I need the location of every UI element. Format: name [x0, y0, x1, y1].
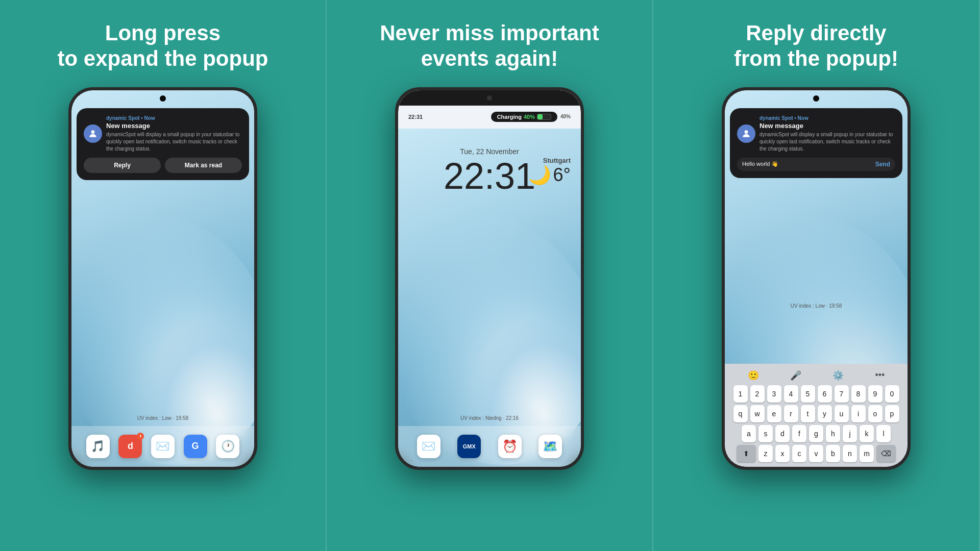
panel-never-miss: Never miss important events again! 22:31… — [327, 0, 653, 551]
key-d[interactable]: d — [775, 425, 790, 442]
dock-icon-clock-2[interactable]: ⏰ — [498, 435, 522, 458]
panel2-title-line2: events again! — [421, 46, 558, 70]
dock-icon-music[interactable]: 🎵 — [86, 435, 110, 458]
panel3-title: Reply directly from the popup! — [734, 20, 898, 72]
key-r[interactable]: r — [784, 405, 798, 422]
key-y[interactable]: y — [818, 405, 832, 422]
key-k[interactable]: k — [860, 425, 874, 442]
key-e[interactable]: e — [767, 405, 781, 422]
camera-punch-hole-1 — [160, 95, 166, 102]
dock-icon-maps[interactable]: 🗺️ — [538, 435, 562, 458]
key-h[interactable]: h — [826, 425, 840, 442]
send-button[interactable]: Send — [875, 161, 890, 168]
dock-1: 🎵 d 1 ✉️ G 🕐 — [71, 426, 254, 467]
key-x[interactable]: x — [775, 445, 790, 462]
key-f[interactable]: f — [792, 425, 806, 442]
key-z[interactable]: z — [758, 445, 773, 462]
key-6[interactable]: 6 — [818, 385, 832, 403]
dock-icon-clock[interactable]: 🕐 — [216, 435, 239, 458]
panel1-title-line1: Long press — [105, 21, 220, 45]
key-4[interactable]: 4 — [784, 385, 798, 403]
notif-app-label-3: dynamic Spot • Now — [760, 115, 895, 121]
key-5[interactable]: 5 — [801, 385, 815, 403]
key-j[interactable]: j — [843, 425, 857, 442]
temp-value: 6° — [553, 164, 571, 186]
key-3[interactable]: 3 — [767, 385, 781, 403]
key-o[interactable]: o — [868, 405, 883, 422]
key-shift[interactable]: ⬆ — [737, 445, 756, 462]
uv-index-3: UV index : Low · 19:58 — [725, 303, 908, 309]
charging-label: Charging — [497, 114, 522, 120]
notif-header-1: dynamic Spot • Now New message dynamicSp… — [84, 115, 242, 153]
key-a[interactable]: a — [742, 425, 756, 442]
key-v[interactable]: v — [809, 445, 823, 462]
mark-as-read-button[interactable]: Mark as read — [165, 158, 242, 173]
settings-icon[interactable]: ⚙️ — [832, 370, 844, 381]
key-2[interactable]: 2 — [750, 385, 765, 403]
dock-icon-g[interactable]: G — [184, 435, 207, 458]
dock-icon-email[interactable]: ✉️ — [151, 435, 175, 458]
battery-pct-1: 40% — [524, 114, 535, 120]
keyboard-area[interactable]: 🙂 🎤 ⚙️ ••• 1 2 3 4 5 6 7 8 9 0 — [725, 364, 908, 467]
panel3-title-line2: from the popup! — [734, 46, 898, 70]
reply-button[interactable]: Reply — [84, 158, 161, 173]
key-9[interactable]: 9 — [868, 385, 883, 403]
key-b[interactable]: b — [826, 445, 840, 462]
notch-top-2 — [398, 90, 581, 106]
more-icon[interactable]: ••• — [875, 370, 885, 381]
notification-popup-1: dynamic Spot • Now New message dynamicSp… — [77, 108, 249, 180]
emoji-icon[interactable]: 🙂 — [748, 370, 759, 381]
key-0[interactable]: 0 — [885, 385, 899, 403]
notif-title-3: New message — [760, 122, 895, 130]
key-1[interactable]: 1 — [733, 385, 748, 403]
lock-city: Stuttgart — [528, 157, 571, 164]
battery-bar — [537, 114, 551, 120]
key-u[interactable]: u — [835, 405, 849, 422]
notif-avatar-1 — [84, 124, 102, 143]
notif-actions-1: Reply Mark as read — [84, 158, 242, 173]
notif-content-1: dynamic Spot • Now New message dynamicSp… — [106, 115, 242, 153]
panel2-title: Never miss important events again! — [380, 20, 599, 72]
keyboard-toolbar: 🙂 🎤 ⚙️ ••• — [727, 368, 905, 385]
lock-status-bar: 22:31 Charging 40% 40% — [398, 106, 581, 122]
key-g[interactable]: g — [809, 425, 823, 442]
keyboard-row-numbers: 1 2 3 4 5 6 7 8 9 0 — [727, 385, 905, 403]
key-p[interactable]: p — [885, 405, 899, 422]
svg-point-0 — [91, 131, 95, 134]
key-7[interactable]: 7 — [835, 385, 849, 403]
phone-frame-2: 22:31 Charging 40% 40% Tue, 22 November — [395, 87, 584, 470]
lock-date-day: Tue, 22 November — [398, 147, 581, 156]
keyboard-row-zxcv: ⬆ z x c v b n m ⌫ — [727, 445, 905, 462]
key-q[interactable]: q — [733, 405, 748, 422]
key-w[interactable]: w — [750, 405, 765, 422]
notif-body-3: dynamicSpot will display a small popup i… — [760, 131, 895, 153]
camera-punch-hole-3 — [813, 95, 819, 102]
panel3-title-line1: Reply directly — [746, 21, 886, 45]
notification-popup-3: dynamic Spot • Now New message dynamicSp… — [730, 108, 902, 178]
notif-body-1: dynamicSpot will display a small popup i… — [106, 131, 242, 153]
key-n[interactable]: n — [843, 445, 857, 462]
keyboard-row-asdf: a s d f g h j k l — [727, 425, 905, 442]
battery-pct-2: 40% — [560, 114, 571, 119]
key-backspace[interactable]: ⌫ — [876, 445, 896, 462]
lock-temp: 🌙6° — [528, 164, 571, 186]
notif-header-3: dynamic Spot • Now New message dynamicSp… — [737, 115, 895, 153]
key-l[interactable]: l — [876, 425, 891, 442]
svg-point-1 — [745, 131, 748, 134]
key-c[interactable]: c — [792, 445, 806, 462]
reply-input-area[interactable]: Hello world 👋 Send — [737, 158, 895, 171]
dock-icon-gmx[interactable]: GMX — [457, 435, 481, 458]
lock-weather: Stuttgart 🌙6° — [528, 157, 571, 186]
panel-long-press: Long press to expand the popup — [0, 0, 327, 551]
notif-app-label-1: dynamic Spot • Now — [106, 115, 242, 121]
phone-frame-3: dynamic Spot • Now New message dynamicSp… — [722, 87, 911, 470]
mic-icon[interactable]: 🎤 — [790, 370, 801, 381]
key-m[interactable]: m — [860, 445, 874, 462]
dock-icon-email-2[interactable]: ✉️ — [417, 435, 440, 458]
key-8[interactable]: 8 — [851, 385, 866, 403]
reply-input-text[interactable]: Hello world 👋 — [742, 161, 871, 167]
key-s[interactable]: s — [758, 425, 773, 442]
key-i[interactable]: i — [851, 405, 866, 422]
dock-icon-d[interactable]: d 1 — [118, 435, 142, 458]
key-t[interactable]: t — [801, 405, 815, 422]
